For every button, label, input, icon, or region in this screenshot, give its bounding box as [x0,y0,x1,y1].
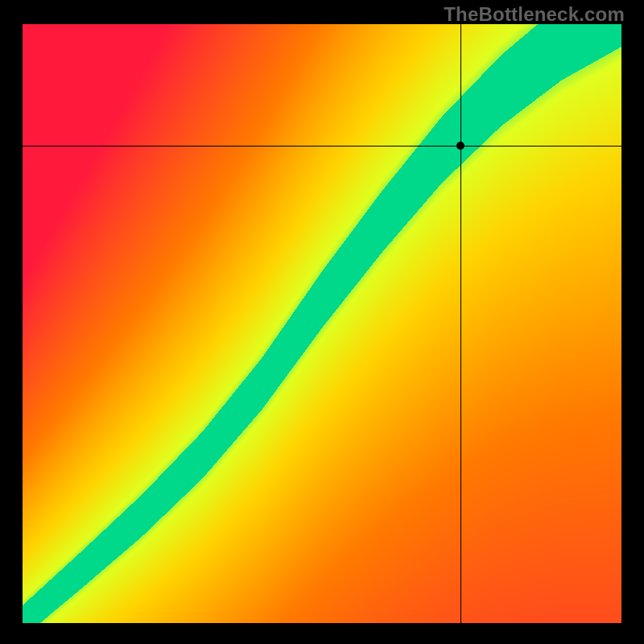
chart-container: TheBottleneck.com [0,0,644,644]
heatmap-canvas [23,24,621,623]
crosshair-vertical [460,24,461,623]
attribution-text: TheBottleneck.com [444,3,625,26]
crosshair-horizontal [23,146,621,147]
crosshair-marker [456,142,464,150]
heatmap-plot [23,24,621,623]
